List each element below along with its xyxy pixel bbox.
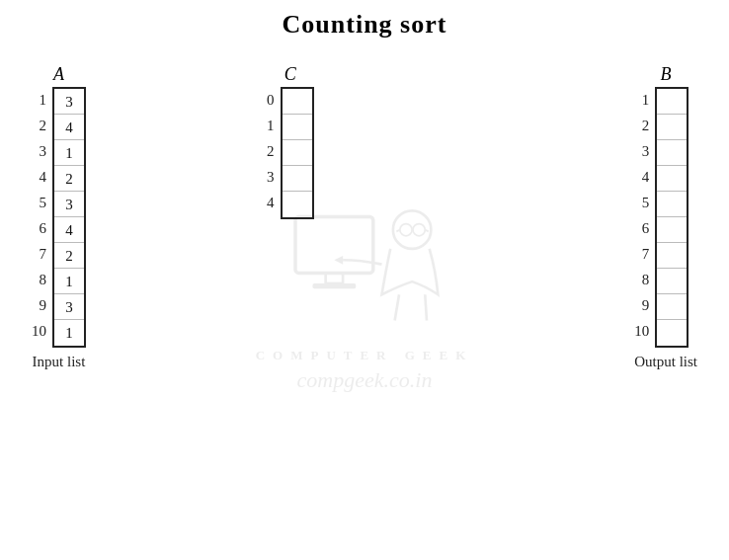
col-b-index-9: 9 [642,292,652,318]
col-b-cell-4 [657,166,687,192]
col-a-cell-4: 2 [54,166,84,192]
col-b-cell-5 [657,192,687,217]
col-a-cell-1: 3 [54,89,84,115]
col-c-cell-0 [283,89,312,115]
col-b-index-2: 2 [642,113,652,138]
col-a-index-9: 9 [40,292,49,318]
col-b-cell-8 [657,269,687,294]
col-b-caption: Output list [634,354,697,370]
col-c-index-3: 3 [267,164,277,190]
col-c-array [281,87,314,219]
col-b-index-8: 8 [642,267,652,292]
col-a-label: A [32,64,86,85]
svg-line-7 [425,230,429,232]
col-c-index-4: 4 [267,190,277,215]
col-c-index-2: 2 [267,138,277,164]
col-b-index-4: 4 [642,164,652,190]
col-c-label: C [267,64,314,85]
col-a-index-2: 2 [40,113,49,138]
col-a-index-4: 4 [40,164,49,190]
col-a-cell-6: 4 [54,217,84,243]
col-a-cell-2: 4 [54,115,84,140]
col-b-label: B [634,64,697,85]
col-a-indices: 12345678910 [32,87,48,344]
col-c-index-0: 0 [267,87,277,113]
col-a-cell-9: 3 [54,294,84,320]
svg-rect-1 [326,273,344,283]
col-a-cell-5: 3 [54,192,84,217]
col-b-index-7: 7 [642,241,652,267]
col-c-index-1: 1 [267,113,277,138]
col-c-cell-2 [283,140,312,166]
svg-line-11 [395,294,399,320]
svg-rect-0 [295,217,373,274]
col-c: C 01234 [267,64,314,219]
svg-line-12 [425,294,427,320]
col-a-array: 3412342131 [52,87,86,348]
watermark: COMPUTER GEEK compgeek.co.in [79,94,650,499]
col-a-index-8: 8 [40,267,49,292]
col-b-index-6: 6 [642,215,652,241]
col-b-index-5: 5 [642,190,652,215]
svg-point-3 [393,210,432,249]
svg-line-6 [396,230,400,232]
col-c-cell-1 [283,115,312,140]
col-a-cell-8: 1 [54,269,84,294]
col-b-indices: 12345678910 [634,87,651,344]
col-a-caption: Input list [32,354,86,370]
svg-rect-2 [313,283,357,288]
col-b-cell-7 [657,243,687,269]
col-b-cell-10 [657,320,687,346]
col-c-cell-4 [283,192,312,217]
svg-point-4 [400,224,412,236]
col-a-index-10: 10 [32,318,48,344]
col-a-cell-10: 1 [54,320,84,346]
col-a-index-6: 6 [40,215,49,241]
col-a-cell-3: 1 [54,140,84,166]
col-a-cell-7: 2 [54,243,84,269]
col-b-cell-1 [657,89,687,115]
col-a: A 12345678910 3412342131 Input list [32,64,86,370]
svg-point-5 [413,224,425,236]
svg-marker-10 [334,256,343,265]
col-c-indices: 01234 [267,87,277,215]
col-b-array [655,87,688,348]
page-title: Counting sort [0,0,729,40]
col-b-cell-9 [657,294,687,320]
col-b-index-10: 10 [634,318,651,344]
col-b: B 12345678910 Output list [634,64,697,370]
col-b-index-1: 1 [642,87,652,113]
col-a-index-5: 5 [40,190,49,215]
col-c-cell-3 [283,166,312,192]
col-b-cell-6 [657,217,687,243]
col-a-index-3: 3 [40,138,49,164]
col-a-index-7: 7 [40,241,49,267]
col-b-cell-3 [657,140,687,166]
col-b-cell-2 [657,115,687,140]
col-b-index-3: 3 [642,138,652,164]
col-a-index-1: 1 [40,87,49,113]
